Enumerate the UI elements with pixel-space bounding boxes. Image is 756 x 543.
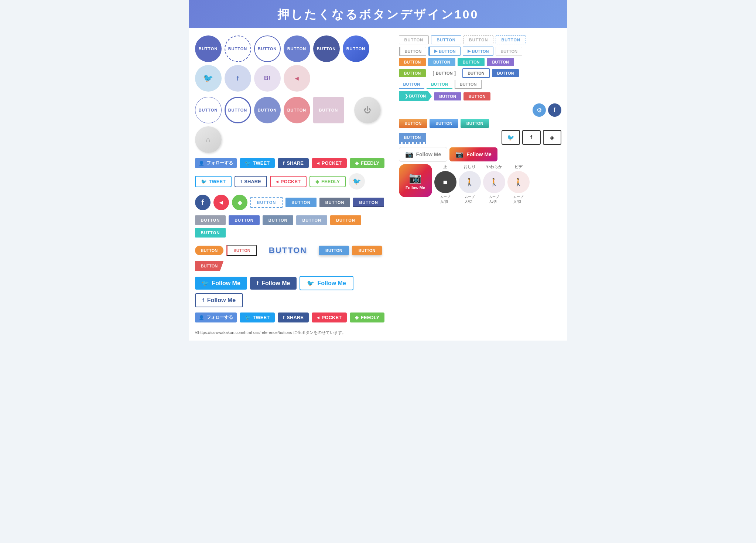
circle-btn-5[interactable]: BUTTON	[313, 35, 340, 62]
left-border-gray-btn[interactable]: BUTTON	[399, 47, 427, 56]
underline-teal-btn[interactable]: BUTTON	[427, 80, 452, 89]
r-dashed-blue-1[interactable]: BUTTON	[496, 35, 526, 44]
accent-blue-btn[interactable]: BUTTON	[428, 58, 455, 66]
home-icon-btn[interactable]: ⌂	[195, 126, 222, 153]
pill-pink-btn[interactable]: BUTTON	[313, 97, 344, 123]
twitter-circle-small-btn[interactable]: 🐦	[349, 173, 365, 189]
twitter-icon-1: 🐦	[245, 160, 251, 166]
underline-blue-btn[interactable]: BUTTON	[399, 80, 425, 89]
insta-plain-btn[interactable]: 📷 Follow Me	[399, 147, 448, 162]
bracket-btn[interactable]: BUTTON	[428, 68, 460, 78]
accent-dark-blue-btn[interactable]: BUTTON	[492, 69, 519, 77]
motion-soft-btn[interactable]: 🚶	[483, 171, 505, 193]
pocket-btn-2[interactable]: ◂ POCKET	[312, 313, 347, 322]
plain-right-btn[interactable]: BUTTON	[496, 47, 522, 56]
feedly-outline-btn[interactable]: ◈ FEEDLY	[309, 176, 346, 187]
power-icon-btn[interactable]: ⏻	[354, 97, 381, 123]
follow-facebook-outline[interactable]: f Follow Me	[195, 293, 243, 307]
feedly-btn-1[interactable]: ◈ FEEDLY	[350, 158, 384, 168]
left-border-blue-btn[interactable]: ▶ BUTTON	[428, 47, 461, 56]
insta-gradient-btn[interactable]: 📷 Follow Me	[449, 147, 497, 161]
left-panel: BUTTON BUTTON BUTTON BUTTON BUTTON BUTTO…	[195, 35, 394, 337]
accent-teal-btn[interactable]: BUTTON	[458, 58, 485, 66]
dashed-outline-btn-1[interactable]: BUTTON	[250, 197, 283, 208]
facebook-gear-icon[interactable]: f	[548, 103, 561, 117]
flat-orange-btn[interactable]: BUTTON	[330, 215, 361, 225]
left-border-red-btn[interactable]: BUTTON	[226, 245, 257, 256]
motion-bide-btn[interactable]: 🚶	[507, 171, 530, 193]
shadow-orange-btn[interactable]: BUTTON	[352, 246, 382, 255]
flat-dark-btn[interactable]: BUTTON	[263, 215, 294, 225]
follow-jp-btn[interactable]: 👤 フォローする	[195, 158, 237, 168]
pocket-btn-1[interactable]: ◂ POCKET	[312, 158, 347, 168]
insta-large-btn[interactable]: 📷 Follow Me	[399, 164, 432, 197]
circle-btn-4[interactable]: BUTTON	[284, 35, 310, 62]
inset-shadow-btn[interactable]: BUTTON	[353, 198, 384, 207]
follow-facebook-1[interactable]: f Follow Me	[250, 277, 297, 290]
diagonal-btn[interactable]: BUTTON	[195, 261, 224, 271]
chevron-red-btn[interactable]: BUTTON	[463, 92, 491, 100]
accent-green-btn[interactable]: BUTTON	[399, 69, 426, 77]
follow-twitter-1[interactable]: 🐦 Follow Me	[195, 277, 247, 290]
right-row-2: BUTTON ▶ BUTTON ▶ BUTTON BUTTON	[399, 47, 561, 56]
circle-btn-2[interactable]: BUTTON	[225, 35, 251, 62]
flat-blue-btn[interactable]: BUTTON	[229, 215, 260, 225]
circle-outline-thin-btn[interactable]: BUTTON	[195, 97, 222, 123]
big-orange-btn[interactable]: BUTTON	[399, 119, 428, 128]
right-row-instagram: 📷 Follow Me 📷 Follow Me	[399, 147, 561, 162]
pocket-outline-btn[interactable]: ◂ POCKET	[270, 176, 307, 187]
pocket-small-circle[interactable]: ◂	[213, 195, 229, 210]
shadow-blue-btn[interactable]: BUTTON	[319, 246, 349, 255]
solid-dark-rect-btn[interactable]: BUTTON	[319, 198, 350, 207]
arrow-icon-1: ▶	[434, 49, 437, 54]
motion-soft-sublabel: ムーブ入/切	[489, 195, 499, 204]
flat-light-blue-btn[interactable]: BUTTON	[296, 215, 327, 225]
tweet-outline-btn[interactable]: 🐦 TWEET	[195, 176, 232, 187]
chevron-teal-btn[interactable]: ❯ BUTTON	[399, 91, 432, 101]
circle-btn-3[interactable]: BUTTON	[254, 35, 281, 62]
bottom-border-btn[interactable]: BUTTON	[462, 68, 490, 78]
big-teal-btn[interactable]: BUTTON	[461, 119, 489, 128]
tweet-btn-2[interactable]: 🐦 TWEET	[240, 313, 275, 322]
flat-teal-btn[interactable]: BUTTON	[195, 228, 226, 238]
chevron-purple-btn[interactable]: BUTTON	[434, 92, 461, 100]
follow-twitter-outline[interactable]: 🐦 Follow Me	[300, 276, 353, 290]
feedly-btn-2[interactable]: ◈ FEEDLY	[350, 313, 384, 322]
rss-small-circle[interactable]: ◈	[232, 195, 247, 210]
motion-soft-label: やわらか	[486, 164, 502, 170]
accent-purple-btn[interactable]: BUTTON	[487, 58, 514, 66]
big-text-btn[interactable]: BUTTON	[260, 243, 316, 258]
arrow-blue-btn[interactable]: ▶ BUTTON	[463, 47, 494, 56]
accent-orange-btn[interactable]: BUTTON	[399, 58, 426, 66]
share-fb-btn-1[interactable]: f SHARE	[278, 158, 309, 168]
solid-blue-rect-btn-1[interactable]: BUTTON	[285, 198, 317, 207]
tweet-btn-1[interactable]: 🐦 TWEET	[240, 158, 275, 168]
r-dashed-gray-1[interactable]: BUTTON	[463, 35, 494, 44]
motion-stop-btn[interactable]: ■	[434, 171, 456, 193]
right-row-3: BUTTON BUTTON BUTTON BUTTON	[399, 58, 561, 66]
r-outline-gray-1[interactable]: BUTTON	[399, 35, 429, 44]
big-blue-btn[interactable]: BUTTON	[430, 119, 458, 128]
fb-small-circle[interactable]: f	[195, 195, 211, 210]
pocket-circle-btn[interactable]: ◂	[284, 65, 310, 92]
right-row-5: BUTTON BUTTON BUTTON	[399, 80, 561, 89]
bars-btn[interactable]: BUTTON	[455, 80, 482, 89]
circle-pink-btn[interactable]: BUTTON	[284, 97, 310, 123]
twitter-circle-btn[interactable]: 🐦	[195, 65, 222, 92]
follow-jp-btn-2[interactable]: 👤 フォローする	[195, 313, 237, 322]
hatena-circle-btn[interactable]: B!	[254, 65, 281, 92]
motion-ass-btn[interactable]: 🚶	[459, 171, 481, 193]
flat-gray-btn[interactable]: BUTTON	[195, 215, 226, 225]
circle-outline-thick-btn[interactable]: BUTTON	[225, 97, 251, 123]
r-outline-blue-1[interactable]: BUTTON	[431, 35, 461, 44]
facebook-circle-btn[interactable]: f	[225, 65, 251, 92]
page-header: 押したくなるボタンデザイン100	[189, 0, 567, 28]
notched-btn[interactable]: BUTTON	[399, 133, 426, 142]
circle-btn-1[interactable]: BUTTON	[195, 35, 222, 62]
share-fb-outline-btn[interactable]: f SHARE	[235, 176, 267, 187]
rounded-orange-btn[interactable]: BUTTON	[195, 246, 224, 255]
circle-soft-blue-btn[interactable]: BUTTON	[254, 97, 281, 123]
share-fb-btn-2[interactable]: f SHARE	[278, 313, 309, 322]
circle-btn-6[interactable]: BUTTON	[343, 35, 369, 62]
twitter-gear-icon[interactable]: ⚙	[533, 103, 546, 117]
